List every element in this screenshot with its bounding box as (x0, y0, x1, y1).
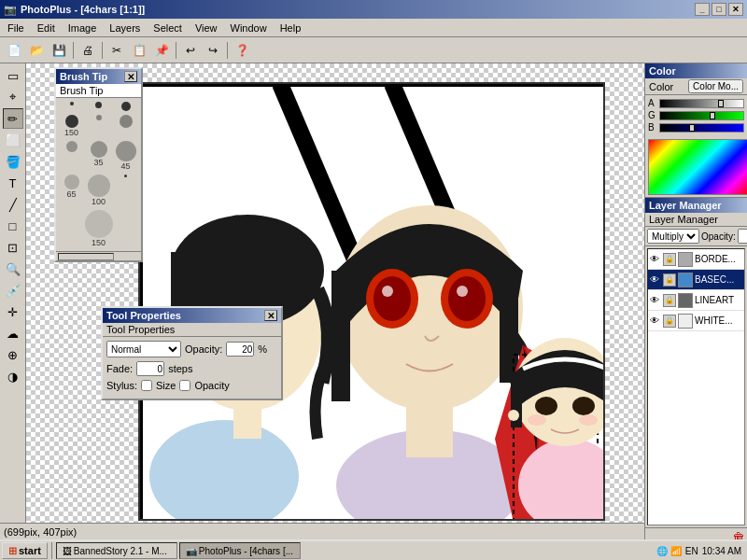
title-bar-buttons[interactable]: _ □ ✕ (695, 3, 743, 16)
color-mode-button[interactable]: Color Mo... (688, 79, 743, 93)
layer-blend-select[interactable]: Multiply Normal Screen (647, 229, 699, 244)
canvas-image[interactable] (138, 82, 605, 521)
tool-brush[interactable]: ✏ (3, 108, 23, 129)
layer-basec[interactable]: 👁 🔒 BASEC... (648, 270, 744, 290)
tool-fill[interactable]: 🪣 (3, 151, 23, 172)
start-button[interactable]: ⊞ start (2, 542, 48, 559)
layer-eye-basec[interactable]: 👁 (650, 274, 661, 286)
color-a-thumb[interactable] (718, 100, 724, 107)
color-panel-title-bar[interactable]: Color (645, 63, 747, 78)
tool-lasso[interactable]: ⌖ (3, 87, 23, 107)
brush-tip-1[interactable] (60, 102, 83, 111)
tool-properties-panel: Tool Properties ✕ Tool Properties Normal… (101, 306, 283, 400)
close-button[interactable]: ✕ (728, 3, 743, 16)
undo-button[interactable]: ↩ (180, 40, 201, 61)
cut-button[interactable]: ✂ (106, 40, 127, 61)
stylus-size-checkbox[interactable] (141, 380, 152, 391)
layer-eye-borde[interactable]: 👁 (650, 254, 661, 265)
tool-dodge[interactable]: ◑ (3, 366, 23, 386)
brush-size-label-9: 45 (120, 161, 130, 171)
menu-image[interactable]: Image (63, 21, 103, 35)
stylus-opacity-label: Opacity (194, 380, 229, 391)
tool-zoom[interactable]: 🔍 (3, 259, 23, 279)
menu-window[interactable]: Window (225, 21, 273, 35)
menu-edit[interactable]: Edit (32, 21, 61, 35)
layer-eye-lineart[interactable]: 👁 (650, 295, 661, 306)
layer-name-white: WHITE... (695, 315, 742, 326)
svg-point-31 (508, 410, 519, 421)
stylus-opacity-checkbox[interactable] (179, 380, 190, 391)
print-button[interactable]: 🖨 (78, 40, 98, 61)
tool-eraser[interactable]: ⬜ (3, 130, 23, 150)
brush-tip-8[interactable]: 35 (87, 141, 110, 171)
brush-panel-title-bar[interactable]: Brush Tip ✕ (56, 69, 141, 84)
tool-move[interactable]: ✛ (3, 301, 23, 322)
status-bar: (699pix, 407pix) (0, 523, 644, 539)
layer-borde[interactable]: 👁 🔒 BORDE... (648, 249, 744, 270)
fade-input[interactable] (136, 361, 164, 376)
menu-view[interactable]: View (190, 21, 223, 35)
color-gradient-picker[interactable] (648, 139, 747, 195)
tool-smudge[interactable]: ☁ (3, 323, 23, 343)
copy-button[interactable]: 📋 (129, 40, 149, 61)
brush-tip-9[interactable]: 45 (114, 141, 137, 171)
brush-scrollbar[interactable] (56, 251, 141, 260)
brush-tip-13[interactable]: 150 (60, 210, 137, 247)
toolbar-separator-4 (227, 42, 228, 59)
layer-lineart[interactable]: 👁 🔒 LINEART (648, 290, 744, 311)
menu-select[interactable]: Select (148, 21, 188, 35)
tool-shapes[interactable]: □ (3, 216, 23, 236)
color-b-thumb[interactable] (689, 124, 695, 132)
tool-select[interactable]: ▭ (3, 65, 23, 86)
tool-text[interactable]: T (3, 173, 23, 193)
brush-tip-10[interactable]: 65 (60, 175, 83, 206)
tool-eyedropper[interactable]: 💉 (3, 280, 23, 301)
menu-file[interactable]: File (2, 21, 30, 35)
brush-tip-12[interactable] (114, 175, 137, 206)
brush-tip-3[interactable] (114, 102, 137, 111)
brush-tip-2[interactable] (87, 102, 110, 111)
brush-inner-title: Brush Tip (56, 84, 141, 98)
layer-eye-white[interactable]: 👁 (650, 315, 661, 327)
tool-props-title-text: Tool Properties (106, 310, 181, 321)
tool-props-close-button[interactable]: ✕ (264, 310, 277, 321)
brush-tip-7[interactable] (60, 141, 83, 171)
maximize-button[interactable]: □ (712, 3, 726, 16)
tool-props-title-bar[interactable]: Tool Properties ✕ (103, 308, 281, 323)
paste-button[interactable]: 📌 (151, 40, 172, 61)
color-g-slider[interactable] (659, 111, 744, 120)
brush-tip-6[interactable] (114, 115, 137, 137)
help-button[interactable]: ❓ (232, 40, 252, 61)
new-button[interactable]: 📄 (4, 40, 24, 61)
open-button[interactable]: 📂 (26, 40, 47, 61)
brush-panel-close-button[interactable]: ✕ (124, 71, 137, 82)
layer-panel: Layer Manager Layer Manager Multiply Nor… (645, 198, 747, 547)
canvas-area[interactable]: Brush Tip ✕ Brush Tip 150 (26, 63, 644, 547)
tool-clone[interactable]: ⊕ (3, 344, 23, 365)
menu-help[interactable]: Help (275, 21, 307, 35)
toolbar-separator-3 (176, 42, 176, 59)
svg-point-32 (528, 414, 546, 426)
minimize-button[interactable]: _ (695, 3, 710, 16)
layer-panel-title-bar[interactable]: Layer Manager (645, 198, 747, 213)
layer-white[interactable]: 👁 🔒 WHITE... (648, 311, 744, 331)
brush-tip-4[interactable]: 150 (60, 115, 83, 137)
color-b-slider[interactable] (659, 123, 744, 133)
taskbar-item-bannedstory[interactable]: 🖼 BannedStory 2.1 - M... (56, 542, 177, 559)
taskbar-item-photoplus[interactable]: 📷 PhotoPlus - [4chars [... (179, 542, 301, 559)
brush-tip-11[interactable]: 100 (87, 175, 110, 206)
brush-tip-5[interactable] (87, 115, 110, 137)
color-g-thumb[interactable] (710, 112, 715, 119)
layer-opacity-input[interactable] (738, 229, 747, 244)
opacity-input[interactable] (226, 342, 254, 357)
save-button[interactable]: 💾 (49, 40, 69, 61)
color-a-slider[interactable] (659, 99, 744, 108)
tool-line[interactable]: ╱ (3, 194, 23, 215)
redo-button[interactable]: ↪ (203, 40, 223, 61)
tool-crop[interactable]: ⊡ (3, 237, 23, 258)
taskbar-label-photoplus: PhotoPlus - [4chars [... (199, 546, 293, 556)
title-bar: 📷 PhotoPlus - [4chars [1:1]] _ □ ✕ (0, 0, 747, 19)
menu-layers[interactable]: Layers (104, 21, 146, 35)
layer-icon-lineart: 🔒 (663, 294, 676, 307)
blend-mode-select[interactable]: Normal Multiply Screen (106, 341, 181, 357)
